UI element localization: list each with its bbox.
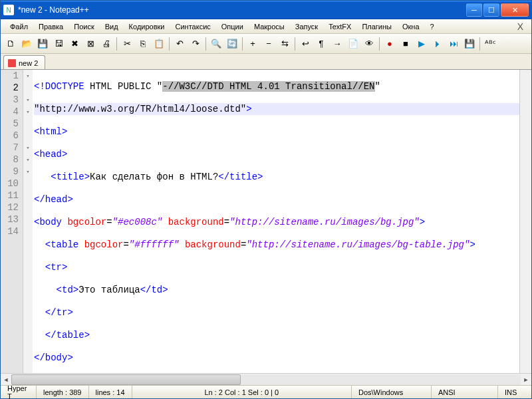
new-icon[interactable]: 🗋 (3, 37, 18, 51)
menu-macros[interactable]: Макросы (249, 21, 290, 32)
open-icon[interactable]: 📂 (19, 37, 34, 51)
document-tab[interactable]: new 2 (3, 55, 45, 69)
code-line[interactable]: "http://www.w3.org/TR/html4/loose.dtd"> (34, 103, 530, 115)
copy-icon[interactable]: ⎘ (136, 37, 150, 51)
menu-file[interactable]: Файл (5, 21, 33, 32)
fold-toggle[interactable]: ▾ (23, 166, 33, 178)
vertical-scrollbar[interactable] (519, 70, 531, 373)
code-editor[interactable]: <!DOCTYPE HTML PUBLIC "-//W3C//DTD HTML … (33, 70, 531, 373)
code-line[interactable]: </head> (34, 194, 530, 205)
close-button[interactable]: ✕ (501, 3, 529, 17)
code-line[interactable]: <td>Это таблица</td> (34, 284, 530, 296)
cut-icon[interactable]: ✂ (120, 37, 134, 51)
menu-syntax[interactable]: Синтаксис (170, 21, 216, 32)
line-number[interactable]: 5 (1, 118, 19, 130)
line-number[interactable]: 4 (1, 106, 19, 118)
record-icon[interactable]: ● (382, 37, 397, 51)
wrap-icon[interactable]: ↩ (298, 37, 313, 51)
fold-toggle[interactable] (23, 190, 33, 201)
closeall-icon[interactable]: ⊠ (83, 37, 98, 51)
titlebar[interactable]: N *new 2 - Notepad++ ─ ☐ ✕ (1, 1, 531, 19)
menu-windows[interactable]: Окна (397, 21, 425, 32)
line-number[interactable]: 12 (1, 201, 19, 213)
fold-toggle[interactable]: ▾ (23, 106, 33, 118)
code-line[interactable]: <table bgcolor="#ffffff" background="htt… (34, 239, 530, 251)
fold-toggle[interactable] (23, 225, 33, 237)
maximize-button[interactable]: ☐ (483, 3, 499, 17)
play-icon[interactable]: ▶ (414, 37, 429, 51)
play-all-icon[interactable]: ⏭ (446, 37, 461, 51)
sync-icon[interactable]: ⇆ (277, 37, 292, 51)
fold-toggle[interactable] (23, 82, 33, 94)
menu-run[interactable]: Запуск (290, 21, 323, 32)
fold-toggle[interactable]: ▾ (23, 142, 33, 154)
line-number[interactable]: 2 (1, 82, 19, 94)
line-number-gutter[interactable]: 1 2 3 4 5 6 7 8 9 10 11 12 13 14 (1, 70, 23, 373)
undo-icon[interactable]: ↶ (172, 37, 187, 51)
fold-toggle[interactable] (23, 178, 33, 190)
code-line[interactable]: <head> (34, 148, 530, 160)
line-number[interactable]: 11 (1, 190, 19, 201)
fold-toggle[interactable] (23, 130, 33, 142)
fold-toggle[interactable]: ▾ (23, 94, 33, 106)
saveall-icon[interactable]: 🖫 (51, 37, 66, 51)
menu-edit[interactable]: Правка (33, 21, 68, 32)
menu-encoding[interactable]: Кодировки (124, 21, 170, 32)
fold-toggle[interactable]: ▾ (23, 154, 33, 166)
zoomout-icon[interactable]: − (261, 37, 276, 51)
line-number[interactable]: 1 (1, 70, 19, 82)
fold-toggle[interactable] (23, 213, 33, 225)
code-line[interactable]: <!DOCTYPE HTML PUBLIC "-//W3C//DTD HTML … (34, 80, 530, 92)
menu-view[interactable]: Вид (100, 21, 124, 32)
line-number[interactable]: 13 (1, 213, 19, 225)
code-line[interactable]: </table> (34, 329, 530, 341)
print-icon[interactable]: 🖨 (99, 37, 114, 51)
line-number[interactable]: 3 (1, 94, 19, 106)
save-icon[interactable]: 💾 (35, 37, 50, 51)
code-line[interactable]: <tr> (34, 261, 530, 273)
hscroll-thumb[interactable] (11, 374, 241, 385)
status-insert-mode: INS (498, 386, 531, 398)
scroll-left-arrow-icon[interactable]: ◄ (1, 374, 11, 385)
code-line[interactable]: <html> (34, 126, 530, 138)
code-line[interactable]: <body bgcolor="#ec008c" background="http… (34, 216, 530, 228)
menu-help[interactable]: ? (425, 21, 440, 32)
menu-options[interactable]: Опции (216, 21, 249, 32)
fold-toggle[interactable] (23, 201, 33, 213)
hscroll-track[interactable] (11, 374, 521, 385)
fold-gutter[interactable]: ▾ ▾ ▾ ▾ ▾ ▾ (23, 70, 33, 373)
code-line[interactable]: </tr> (34, 307, 530, 319)
monitor-icon[interactable]: 👁 (362, 37, 376, 51)
fold-toggle[interactable] (23, 118, 33, 130)
line-number[interactable]: 8 (1, 154, 19, 166)
scroll-right-arrow-icon[interactable]: ► (521, 374, 531, 385)
menu-search[interactable]: Поиск (68, 21, 99, 32)
spellcheck-icon[interactable]: ᴬᴮᶜ (483, 37, 497, 51)
horizontal-scrollbar[interactable]: ◄ ► (1, 373, 531, 385)
menu-close-doc[interactable]: X (513, 21, 527, 32)
code-line[interactable]: <title>Как сделать фон в HTML?</title> (34, 171, 530, 183)
fold-toggle[interactable]: ▾ (23, 70, 33, 82)
replace-icon[interactable]: 🔄 (225, 37, 239, 51)
close-doc-icon[interactable]: ✖ (67, 37, 82, 51)
indent-icon[interactable]: → (330, 37, 344, 51)
line-number[interactable]: 10 (1, 178, 19, 190)
find-icon[interactable]: 🔍 (209, 37, 223, 51)
lang-icon[interactable]: 📄 (346, 37, 360, 51)
line-number[interactable]: 9 (1, 166, 19, 178)
paste-icon[interactable]: 📋 (152, 37, 166, 51)
allchars-icon[interactable]: ¶ (314, 37, 329, 51)
zoomin-icon[interactable]: + (245, 37, 260, 51)
code-line[interactable]: </body> (34, 352, 530, 364)
line-number[interactable]: 7 (1, 142, 19, 154)
menu-plugins[interactable]: Плагины (356, 21, 397, 32)
redo-icon[interactable]: ↷ (188, 37, 203, 51)
minimize-button[interactable]: ─ (466, 3, 482, 17)
play-multi-icon[interactable]: ⏵ (430, 37, 445, 51)
stop-icon[interactable]: ■ (398, 37, 413, 51)
line-number[interactable]: 6 (1, 130, 19, 142)
toolbar-separator (242, 37, 243, 51)
line-number[interactable]: 14 (1, 225, 19, 237)
save-macro-icon[interactable]: 💾 (462, 37, 477, 51)
menu-textfx[interactable]: TextFX (323, 21, 356, 32)
